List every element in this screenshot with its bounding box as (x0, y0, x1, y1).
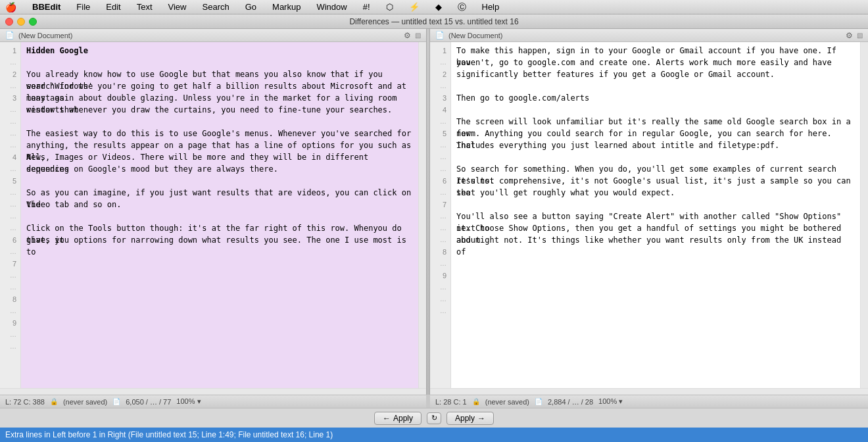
menu-go[interactable]: Go (243, 2, 259, 12)
left-text-content[interactable]: Hidden Google You already know how to us… (21, 42, 418, 388)
right-zoom[interactable]: 100% ▾ (598, 397, 623, 406)
left-line-content-blank-1 (26, 57, 413, 68)
left-doc-small-icon: 📄 (112, 398, 120, 405)
left-pane-resize: ▧ (415, 32, 421, 39)
ellipsis-1: … (0, 57, 20, 68)
r-line-1: 1 (430, 45, 450, 57)
ellipsis-12: … (0, 246, 20, 258)
left-pane-gear[interactable]: ⚙ (404, 31, 411, 40)
maximize-button[interactable] (29, 18, 37, 26)
right-line-9c: and might not. It's things like whether … (456, 234, 855, 246)
left-line-content-3b: word 'Windows' you're going to get half … (26, 80, 413, 92)
right-line-blank-2 (456, 104, 855, 116)
r-ellipsis-2: … (430, 80, 450, 92)
apply-right-button[interactable]: Apply → (446, 412, 494, 425)
left-scrollbar[interactable] (418, 42, 426, 388)
r-ellipsis-3: … (430, 116, 450, 128)
right-line-5a: The screen will look unfamiliar but it's… (456, 116, 855, 128)
line-1: 1 (0, 45, 20, 57)
right-line-blank-3 (456, 151, 855, 163)
r-ellipsis-8: … (430, 210, 450, 222)
right-pane-header: 📄 (New Document) ⚙ ▧ (430, 29, 868, 42)
traffic-lights (5, 18, 37, 26)
right-line-col: L: 28 C: 1 (435, 398, 467, 406)
line-8: 8 (0, 293, 20, 305)
ellipsis-13: … (0, 270, 20, 282)
r-line-7: 7 (430, 199, 450, 210)
right-line-blank-1 (456, 80, 855, 92)
r-ellipsis-1: … (430, 57, 450, 68)
info-bar: Extra lines in Left before 1 in Right (F… (0, 428, 868, 442)
r-line-9: 9 (430, 270, 450, 282)
menu-view[interactable]: View (166, 2, 189, 12)
menu-search[interactable]: Search (200, 2, 232, 12)
menu-lightning[interactable]: ⚡ (406, 2, 422, 12)
r-ellipsis-12: … (430, 282, 450, 293)
left-line-numbers: 1 … 2 … 3 … … … … 4 … 5 … … … … 6 (0, 42, 21, 388)
right-pane: 📄 (New Document) ⚙ ▧ 1 … 2 … 3 4 … 5 … …… (430, 29, 868, 395)
right-line-7a: So search for something. When you do, yo… (456, 163, 855, 175)
r-line-2: 2 (430, 68, 450, 80)
left-line-content-3a: You already know how to use Google but t… (26, 68, 413, 80)
left-save-status: (never saved) (63, 398, 107, 406)
panes-wrapper: 📄 (New Document) ⚙ ▧ 1 … 2 … 3 … … … … 4… (0, 29, 868, 395)
refresh-icon: ↻ (431, 414, 437, 422)
menu-edit[interactable]: Edit (103, 2, 123, 12)
apple-menu[interactable]: 🍎 (5, 2, 16, 12)
right-doc-icon: 📄 (435, 31, 445, 39)
left-line-content-9a: Click on the Tools button though: it's a… (26, 222, 413, 234)
right-hscrollbar[interactable] (430, 388, 868, 395)
left-zoom[interactable]: 100% ▾ (176, 397, 201, 406)
right-line-9b: it. Choose Show Options, then you get a … (456, 222, 855, 234)
right-scrollbar[interactable] (860, 42, 868, 388)
left-pane: 📄 (New Document) ⚙ ▧ 1 … 2 … 3 … … … … 4… (0, 29, 426, 395)
menu-hex[interactable]: ⬡ (383, 2, 396, 12)
right-pane-title: (New Document) (448, 32, 503, 39)
right-char-count: 2,884 / … / 28 (548, 398, 593, 406)
close-button[interactable] (5, 18, 13, 26)
r-ellipsis-13: … (430, 293, 450, 305)
menu-circle-c[interactable]: Ⓒ (455, 1, 469, 13)
right-line-7b: It's not comprehensive, it's not Google'… (456, 175, 855, 187)
menu-bbedit[interactable]: BBEdit (30, 2, 63, 12)
menu-diamond[interactable]: ◆ (433, 2, 445, 12)
left-line-content-blank-3 (26, 175, 413, 187)
right-doc-small-icon: 📄 (535, 398, 542, 405)
right-line-1b: haven't, go to google.com and create one… (456, 57, 855, 68)
right-arrow-icon: → (477, 414, 485, 423)
menu-markup[interactable]: Markup (270, 2, 303, 12)
left-status-bar: L: 72 C: 388 🔒 (never saved) 📄 6,050 / …… (0, 395, 426, 408)
menu-window[interactable]: Window (314, 2, 349, 12)
main-content: 📄 (New Document) ⚙ ▧ 1 … 2 … 3 … … … … 4… (0, 29, 868, 442)
ellipsis-11: … (0, 222, 20, 234)
right-pane-gear[interactable]: ⚙ (846, 31, 853, 40)
line-2: 2 (0, 68, 20, 80)
left-text-area: 1 … 2 … 3 … … … … 4 … 5 … … … … 6 (0, 42, 426, 388)
left-line-content-3c: many again about double glazing. Unless … (26, 92, 413, 104)
menu-help[interactable]: Help (479, 2, 502, 12)
dual-status-bar: L: 72 C: 388 🔒 (never saved) 📄 6,050 / …… (0, 395, 868, 408)
ellipsis-14: … (0, 282, 20, 293)
apply-left-button[interactable]: ← Apply (374, 412, 422, 425)
ellipsis-8: … (0, 187, 20, 199)
r-ellipsis-14: … (430, 305, 450, 317)
right-line-9a: You'll also see a button saying "Create … (456, 210, 855, 222)
titlebar: Differences — untitled text 15 vs. untit… (0, 14, 868, 29)
apply-right-label: Apply (455, 414, 475, 423)
menu-file[interactable]: File (74, 2, 93, 12)
r-ellipsis-4: … (430, 139, 450, 151)
left-line-content-5c: News, Images or Videos. There will be mo… (26, 151, 413, 163)
r-ellipsis-6: … (430, 163, 450, 175)
left-line-content-5d: depending on Google's mood but they are … (26, 163, 413, 175)
left-line-content-5a: The easiest way to do this is to use Goo… (26, 128, 413, 139)
right-text-content[interactable]: To make this happen, sign in to your Goo… (451, 42, 860, 388)
ellipsis-5: … (0, 128, 20, 139)
left-line-content-1: Hidden Google (26, 45, 413, 57)
menu-text[interactable]: Text (134, 2, 155, 12)
left-hscrollbar[interactable] (0, 388, 426, 395)
left-line-content-blank-2 (26, 116, 413, 128)
menu-hash[interactable]: #! (360, 2, 373, 12)
refresh-button[interactable]: ↻ (427, 412, 441, 424)
minimize-button[interactable] (17, 18, 25, 26)
r-line-3: 3 (430, 92, 450, 104)
